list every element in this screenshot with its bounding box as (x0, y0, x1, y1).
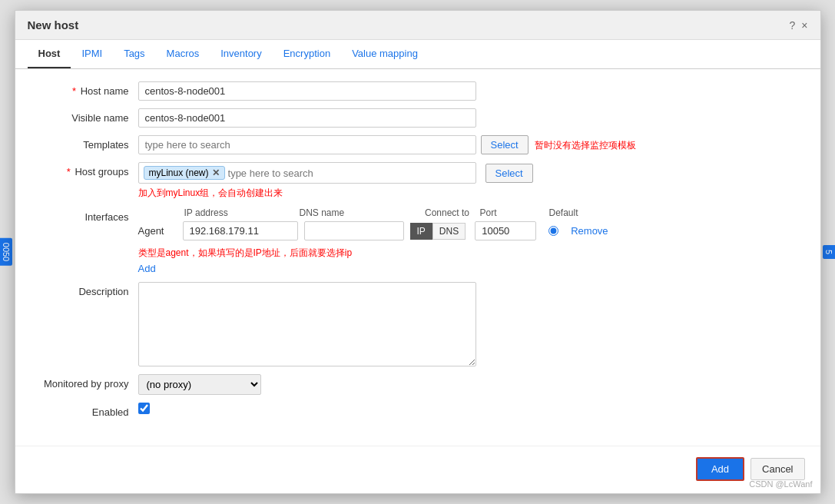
tab-host[interactable]: Host (28, 40, 71, 68)
add-button[interactable]: Add (696, 457, 744, 481)
close-button[interactable]: × (801, 19, 807, 32)
connect-ip-button[interactable]: IP (410, 223, 432, 240)
host-groups-select-button[interactable]: Select (485, 164, 533, 183)
connect-dns-button[interactable]: DNS (432, 223, 466, 240)
host-groups-row: * Host groups myLinux (new) ✕ Select 加入到… (38, 162, 797, 200)
required-star-hostname: * (72, 85, 76, 97)
enabled-label: Enabled (38, 403, 138, 418)
proxy-select[interactable]: (no proxy) (138, 374, 261, 395)
templates-select-button[interactable]: Select (481, 135, 529, 154)
right-sidebar: 5 (823, 245, 835, 259)
tab-inventory[interactable]: Inventory (210, 40, 272, 68)
interfaces-label: Interfaces (38, 207, 138, 223)
watermark: CSDN @LcWanf (749, 479, 812, 489)
templates-annotation: 暂时没有选择监控项模板 (535, 135, 636, 152)
remove-interface-link[interactable]: Remove (571, 225, 608, 237)
col-ip-header: IP address (184, 207, 300, 218)
templates-search-input[interactable] (138, 135, 476, 154)
form-body: * Host name Visible name Templates Selec… (15, 69, 820, 438)
interfaces-row: Interfaces IP address DNS name Connect t… (38, 207, 797, 274)
connect-to-buttons: IP DNS (410, 223, 466, 240)
tab-macros[interactable]: Macros (156, 40, 210, 68)
enabled-checkbox[interactable] (138, 403, 150, 414)
dns-name-input[interactable] (304, 221, 404, 240)
visible-name-label: Visible name (38, 108, 138, 124)
visible-name-row: Visible name (38, 108, 797, 128)
description-row: Description (38, 282, 797, 366)
description-textarea[interactable] (138, 282, 476, 366)
ip-address-input[interactable] (183, 221, 298, 240)
col-default-header: Default (549, 207, 595, 218)
help-button[interactable]: ? (790, 19, 796, 32)
default-radio[interactable] (548, 226, 558, 236)
host-groups-annotation: 加入到myLinux组，会自动创建出来 (138, 187, 533, 200)
host-group-tag: myLinux (new) ✕ (144, 166, 225, 180)
cancel-button[interactable]: Cancel (751, 458, 804, 480)
host-groups-tag-container: myLinux (new) ✕ (138, 162, 476, 184)
add-interface-link[interactable]: Add (138, 263, 608, 274)
proxy-label: Monitored by proxy (38, 374, 138, 390)
host-groups-label: * Host groups (38, 162, 138, 177)
enabled-row: Enabled (38, 403, 797, 418)
col-connect-header: Connect to (415, 207, 480, 218)
dialog-title-bar: New host ? × (15, 11, 820, 40)
interfaces-annotation: 类型是agent，如果填写的是IP地址，后面就要选择ip (138, 247, 608, 260)
col-port-header: Port (480, 207, 549, 218)
dialog-title-controls: ? × (790, 19, 808, 32)
tag-remove-icon[interactable]: ✕ (212, 167, 220, 178)
tag-label: myLinux (new) (149, 167, 209, 178)
tab-ipmi[interactable]: IPMI (71, 40, 113, 68)
dialog-footer: Add Cancel (15, 446, 820, 492)
visible-name-input[interactable] (138, 108, 476, 128)
tab-tags[interactable]: Tags (113, 40, 155, 68)
left-sidebar: 0050 (0, 238, 12, 266)
description-label: Description (38, 282, 138, 297)
tab-value-mapping[interactable]: Value mapping (341, 40, 429, 68)
required-star-groups: * (67, 166, 71, 177)
templates-row: Templates Select 暂时没有选择监控项模板 (38, 135, 797, 154)
hostname-label: * Host name (38, 81, 138, 97)
proxy-row: Monitored by proxy (no proxy) (38, 374, 797, 395)
dialog-title-text: New host (28, 18, 79, 32)
tab-encryption[interactable]: Encryption (273, 40, 341, 68)
new-host-dialog: New host ? × Host IPMI Tags Macros Inven… (15, 10, 821, 494)
hostname-row: * Host name (38, 81, 797, 101)
agent-type-label: Agent (138, 225, 177, 237)
interfaces-wrapper: IP address DNS name Connect to Port Defa… (138, 207, 608, 274)
port-input[interactable] (475, 221, 536, 240)
hostname-input[interactable] (138, 81, 476, 101)
tab-bar: Host IPMI Tags Macros Inventory Encrypti… (15, 40, 820, 69)
host-groups-inline-search[interactable] (228, 167, 471, 179)
templates-label: Templates (38, 135, 138, 151)
interface-row-agent: Agent IP DNS Remove (138, 221, 608, 240)
col-dns-header: DNS name (300, 207, 415, 218)
